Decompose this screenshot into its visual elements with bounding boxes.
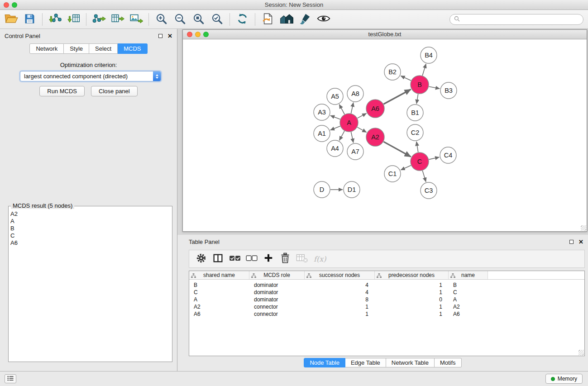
split-column-button[interactable] (210, 251, 226, 267)
graph-edge-A6-B[interactable] (384, 90, 411, 105)
delete-row-button[interactable] (277, 251, 293, 267)
table-panel-close-icon[interactable]: ✕ (578, 239, 583, 245)
tab-network[interactable]: Network (29, 43, 64, 54)
zoom-out-button[interactable] (171, 11, 189, 28)
zoom-in-button[interactable] (152, 11, 171, 28)
tab-node-table[interactable]: Node Table (304, 358, 345, 367)
graph-edge-B-B4[interactable] (422, 64, 426, 76)
show-hide-button[interactable] (314, 11, 333, 28)
close-panel-button[interactable]: Close panel (91, 86, 138, 96)
network-minimize-button[interactable] (195, 32, 201, 37)
graph-node-A[interactable]: A (340, 114, 358, 132)
window-resize-handle[interactable] (581, 225, 586, 231)
column-header-MCDS-role[interactable]: MCDS role (249, 271, 305, 279)
graph-edge-A-A3[interactable] (330, 115, 340, 119)
export-network-button[interactable] (90, 11, 108, 28)
control-panel-float-button[interactable] (158, 34, 163, 38)
graph-node-A8[interactable]: A8 (347, 86, 363, 102)
graph-node-D[interactable]: D (314, 181, 330, 198)
column-header-predecessor-nodes[interactable]: predecessor nodes (375, 271, 449, 279)
graph-edge-C-C3[interactable] (422, 171, 426, 182)
graph-node-A2[interactable]: A2 (366, 128, 384, 146)
graph-edge-A-A4[interactable] (339, 131, 344, 140)
save-session-button[interactable] (20, 11, 39, 28)
graph-edge-A-A8[interactable] (351, 103, 354, 114)
add-row-button[interactable] (260, 251, 277, 267)
table-resize-handle[interactable] (578, 350, 584, 355)
tab-mcds[interactable]: MCDS (118, 43, 147, 54)
graph-node-A4[interactable]: A4 (327, 140, 343, 157)
graph-node-A6[interactable]: A6 (366, 100, 384, 118)
network-close-button[interactable] (187, 32, 192, 37)
tab-motifs[interactable]: Motifs (435, 358, 462, 367)
graph-edge-A-A6[interactable] (358, 113, 367, 118)
graph-edge-A-A5[interactable] (339, 105, 344, 114)
zoom-fit-button[interactable] (189, 11, 208, 28)
graph-node-C[interactable]: C (411, 152, 429, 171)
export-image-button[interactable] (127, 11, 145, 28)
table-row[interactable]: Adominator80A (189, 296, 584, 303)
column-header-shared-name[interactable]: shared name (189, 271, 249, 279)
graph-node-B4[interactable]: B4 (421, 47, 437, 63)
graph-node-B2[interactable]: B2 (384, 64, 401, 80)
show-panels-button[interactable] (5, 374, 16, 383)
table-row[interactable]: A2connector11A2 (189, 303, 584, 310)
column-header-successor-nodes[interactable]: successor nodes (305, 271, 375, 279)
graph-node-B[interactable]: B (411, 76, 429, 94)
run-mcds-button[interactable]: Run MCDS (39, 86, 85, 96)
control-panel-close-icon[interactable]: ✕ (167, 33, 172, 39)
graph-node-C2[interactable]: C2 (407, 124, 423, 141)
table-row[interactable]: Cdominator41C (189, 289, 584, 296)
graph-edge-C-C1[interactable] (401, 166, 411, 170)
mcds-result-item[interactable]: A6 (10, 239, 172, 247)
column-header-name[interactable]: name (449, 271, 488, 279)
graph-edge-C-C2[interactable] (416, 142, 418, 152)
graph-edge-B-B1[interactable] (416, 94, 418, 104)
criterion-dropdown[interactable]: largest connected component (directed) (20, 71, 161, 81)
table-panel-float-button[interactable] (569, 240, 574, 244)
graph-edge-A-A7[interactable] (351, 132, 354, 143)
graph-edge-C-C4[interactable] (429, 157, 440, 159)
first-neighbors-button[interactable] (258, 11, 277, 28)
memory-button[interactable]: Memory (545, 374, 583, 384)
export-table-button[interactable] (108, 11, 127, 28)
open-folder-button[interactable] (2, 11, 20, 28)
delete-table-button[interactable] (293, 251, 310, 267)
graph-node-C3[interactable]: C3 (421, 182, 437, 199)
graph-node-A7[interactable]: A7 (347, 143, 363, 160)
tab-select[interactable]: Select (89, 43, 118, 54)
graph-node-A3[interactable]: A3 (314, 104, 330, 120)
graph-node-A1[interactable]: A1 (314, 125, 330, 142)
gear-button[interactable] (193, 251, 210, 267)
tab-network-table[interactable]: Network Table (386, 358, 435, 367)
refresh-button[interactable] (233, 11, 252, 28)
graph-node-B3[interactable]: B3 (440, 82, 457, 99)
zoom-window-button[interactable] (12, 2, 17, 8)
graph-node-C1[interactable]: C1 (384, 166, 401, 182)
table-row[interactable]: Bdominator41B (189, 281, 584, 289)
table-row[interactable]: A6connector11A6 (189, 310, 584, 318)
unselect-all-button[interactable] (243, 251, 260, 267)
mcds-result-item[interactable]: A (10, 218, 172, 225)
graph-edge-A2-C[interactable] (383, 142, 411, 157)
search-box[interactable] (449, 14, 583, 25)
apply-style-button[interactable] (296, 11, 314, 28)
network-zoom-button[interactable] (203, 32, 209, 37)
zoom-selected-button[interactable] (208, 11, 226, 28)
import-network-button[interactable] (46, 11, 64, 28)
graph-edge-B-B2[interactable] (401, 76, 411, 81)
graph-edge-A-A1[interactable] (330, 126, 340, 130)
tab-edge-table[interactable]: Edge Table (345, 358, 386, 367)
graph-node-A5[interactable]: A5 (327, 88, 343, 105)
mcds-result-item[interactable]: B (10, 225, 172, 232)
mcds-result-item[interactable]: A2 (10, 210, 172, 218)
graph-node-C4[interactable]: C4 (440, 147, 456, 163)
home-button[interactable] (277, 11, 296, 28)
function-builder-button[interactable]: f(x) (314, 255, 326, 263)
graph-node-B1[interactable]: B1 (407, 105, 423, 121)
network-canvas[interactable]: A5A8A3A1A4A7AA6A2BB1B2B3B4CC1C2C3C4DD1 (183, 40, 587, 231)
import-table-button[interactable] (64, 11, 83, 28)
select-all-button[interactable] (226, 251, 243, 267)
graph-edge-B-B3[interactable] (429, 86, 440, 89)
graph-node-D1[interactable]: D1 (344, 181, 360, 198)
